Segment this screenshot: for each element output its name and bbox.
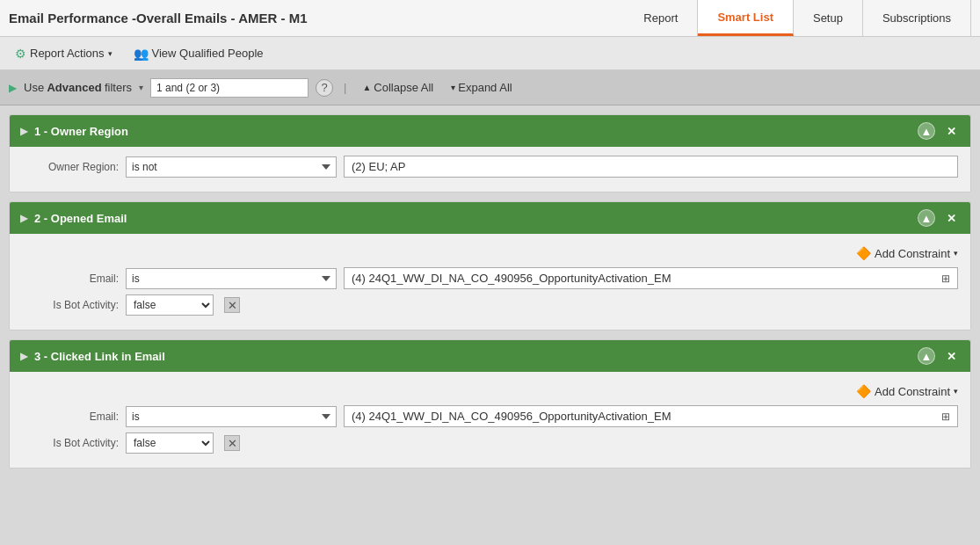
filter-group-1: ▶ 1 - Owner Region ▲ ✕ Owner Region: is … xyxy=(9,114,971,193)
email-label-3: Email: xyxy=(22,411,119,423)
close-icon: ✕ xyxy=(947,350,956,363)
field-row-botactivity-2: Is Bot Activity: false true ✕ xyxy=(22,294,958,316)
add-constraint-chevron-icon-2: ▾ xyxy=(954,249,958,258)
add-constraint-row-3: 🔶 Add Constraint ▾ xyxy=(22,381,958,405)
filter-group-2: ▶ 2 - Opened Email ▲ ✕ 🔶 Add Constraint … xyxy=(9,201,971,331)
filter-group-3-title: 3 - Clicked Link in Email xyxy=(34,350,165,363)
tab-bar: Report Smart List Setup Subscriptions xyxy=(624,0,971,36)
expand-arrow-icon: ▾ xyxy=(451,83,455,92)
group2-up-button[interactable]: ▲ xyxy=(918,209,935,227)
close-icon: ✕ xyxy=(947,212,956,225)
filter-arrow-icon: ▶ xyxy=(9,82,17,94)
group3-up-button[interactable]: ▲ xyxy=(918,347,935,365)
email-value-box-3[interactable]: (4) 24Q1_WW_DI_NA_CO_490956_OpportunityA… xyxy=(344,405,958,427)
tab-subscriptions[interactable]: Subscriptions xyxy=(863,0,971,36)
email-value-box-2[interactable]: (4) 24Q1_WW_DI_NA_CO_490956_OpportunityA… xyxy=(344,267,958,289)
remove-icon-2: ✕ xyxy=(228,299,237,312)
add-constraint-button-2[interactable]: 🔶 Add Constraint ▾ xyxy=(856,246,958,260)
group3-arrow-icon: ▶ xyxy=(20,351,27,362)
tab-smartlist[interactable]: Smart List xyxy=(698,0,794,36)
field-row-email-3: Email: is is not (4) 24Q1_WW_DI_NA_CO_49… xyxy=(22,405,958,427)
owner-region-operator-select[interactable]: is not is xyxy=(126,156,337,178)
botactivity-select-2[interactable]: false true xyxy=(126,294,214,316)
email-value-icon-3[interactable]: ⊞ xyxy=(941,411,950,423)
report-actions-chevron-icon: ▾ xyxy=(108,49,113,58)
add-constraint-row-2: 🔶 Add Constraint ▾ xyxy=(22,243,958,267)
filter-group-2-header[interactable]: ▶ 2 - Opened Email ▲ ✕ xyxy=(10,202,970,234)
page-title: Email Performance -Overall Emails - AMER… xyxy=(9,11,624,25)
close-icon: ✕ xyxy=(947,125,956,138)
filter-group-1-title: 1 - Owner Region xyxy=(34,125,128,138)
email-value-2: (4) 24Q1_WW_DI_NA_CO_490956_OpportunityA… xyxy=(352,272,671,285)
botactivity-label-3: Is Bot Activity: xyxy=(22,437,119,449)
filter-group-3: ▶ 3 - Clicked Link in Email ▲ ✕ 🔶 Add Co… xyxy=(9,339,971,469)
add-constraint-icon-3: 🔶 xyxy=(856,384,871,398)
email-operator-select-2[interactable]: is is not xyxy=(126,268,337,289)
add-constraint-icon-2: 🔶 xyxy=(856,246,871,260)
filter-group-2-body: 🔶 Add Constraint ▾ Email: is is not (4) … xyxy=(10,234,970,330)
filter-group-1-body: Owner Region: is not is (2) EU; AP xyxy=(10,147,970,192)
filter-help-button[interactable]: ? xyxy=(316,79,333,97)
botactivity-remove-2[interactable]: ✕ xyxy=(224,297,240,313)
field-row-email-2: Email: is is not (4) 24Q1_WW_DI_NA_CO_49… xyxy=(22,267,958,289)
filter-group-3-body: 🔶 Add Constraint ▾ Email: is is not (4) … xyxy=(10,372,970,468)
field-row-botactivity-3: Is Bot Activity: false true ✕ xyxy=(22,432,958,454)
add-constraint-chevron-icon-3: ▾ xyxy=(954,387,958,396)
owner-region-value-box: (2) EU; AP xyxy=(344,156,958,178)
filter-group-1-header[interactable]: ▶ 1 - Owner Region ▲ ✕ xyxy=(10,115,970,147)
owner-region-label: Owner Region: xyxy=(22,161,119,173)
group2-arrow-icon: ▶ xyxy=(20,213,27,224)
botactivity-select-3[interactable]: false true xyxy=(126,432,214,454)
tab-setup[interactable]: Setup xyxy=(794,0,863,36)
email-operator-select-3[interactable]: is is not xyxy=(126,406,337,427)
group3-close-button[interactable]: ✕ xyxy=(942,347,960,365)
toolbar: ⚙ Report Actions ▾ 👥 View Qualified Peop… xyxy=(0,37,980,70)
collapse-all-button[interactable]: ▲ Collapse All xyxy=(357,78,439,97)
up-icon: ▲ xyxy=(921,125,933,138)
expand-all-button[interactable]: ▾ Expand All xyxy=(446,78,517,97)
botactivity-label-2: Is Bot Activity: xyxy=(22,299,119,311)
group1-up-button[interactable]: ▲ xyxy=(918,122,935,140)
report-actions-icon: ⚙ xyxy=(15,47,26,61)
filter-group-2-title: 2 - Opened Email xyxy=(34,212,127,225)
botactivity-remove-3[interactable]: ✕ xyxy=(224,435,240,451)
group1-arrow-icon: ▶ xyxy=(20,126,27,137)
main-content: ▶ 1 - Owner Region ▲ ✕ Owner Region: is … xyxy=(0,105,980,545)
people-icon: 👥 xyxy=(134,47,149,61)
email-value-3: (4) 24Q1_WW_DI_NA_CO_490956_OpportunityA… xyxy=(352,410,671,423)
remove-icon-3: ✕ xyxy=(228,437,237,450)
filter-group-3-header[interactable]: ▶ 3 - Clicked Link in Email ▲ ✕ xyxy=(10,340,970,372)
email-label-2: Email: xyxy=(22,272,119,285)
report-actions-button[interactable]: ⚙ Report Actions ▾ xyxy=(7,42,120,65)
group1-close-button[interactable]: ✕ xyxy=(942,122,960,140)
up-icon: ▲ xyxy=(921,350,933,363)
add-constraint-button-3[interactable]: 🔶 Add Constraint ▾ xyxy=(856,384,958,398)
filter-use-label: Use Advanced filters xyxy=(24,81,132,94)
collapse-arrow-icon: ▲ xyxy=(362,83,371,92)
top-bar: Email Performance -Overall Emails - AMER… xyxy=(0,0,980,37)
field-row-owner-region: Owner Region: is not is (2) EU; AP xyxy=(22,156,958,178)
group2-close-button[interactable]: ✕ xyxy=(942,209,960,227)
filter-chevron-icon: ▾ xyxy=(139,83,143,92)
filter-bar: ▶ Use Advanced filters ▾ ? | ▲ Collapse … xyxy=(0,70,980,105)
filter-expression-input[interactable] xyxy=(150,78,309,98)
email-value-icon-2[interactable]: ⊞ xyxy=(941,272,950,285)
view-qualified-people-button[interactable]: 👥 View Qualified People xyxy=(126,42,272,65)
filter-separator: | xyxy=(344,81,346,94)
up-icon: ▲ xyxy=(921,212,933,225)
owner-region-value: (2) EU; AP xyxy=(352,160,405,173)
tab-report[interactable]: Report xyxy=(624,0,698,36)
